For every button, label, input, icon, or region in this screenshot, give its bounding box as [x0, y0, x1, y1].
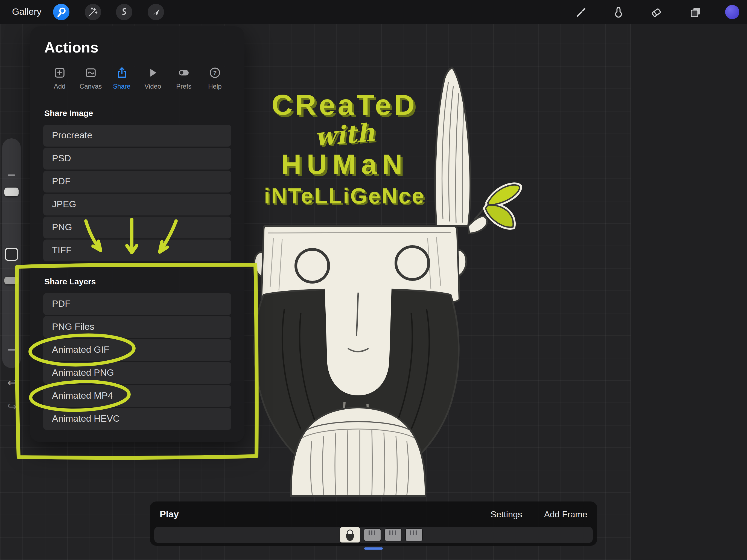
frame-strip[interactable]: [154, 527, 593, 543]
erase-button[interactable]: [650, 5, 663, 19]
brush-icon: [575, 5, 588, 19]
tab-label: Add: [54, 82, 66, 90]
tab-share[interactable]: Share: [107, 66, 136, 93]
share-layers-list: PDF PNG Files Animated GIF Animated PNG …: [43, 293, 231, 430]
selected-frame-indicator: [364, 548, 383, 550]
smudge-finger-icon: [612, 5, 625, 19]
brush-opacity-slider[interactable]: [4, 277, 19, 284]
video-icon: [146, 66, 159, 80]
procreate-screen: CReaTeD with HUMaN iNTeLLiGeNce ↩ ↪ Acti…: [0, 0, 747, 560]
selection-button[interactable]: [116, 4, 132, 20]
add-icon: [53, 66, 66, 80]
actions-panel: Actions Add Canvas: [30, 26, 244, 442]
tab-label: Prefs: [176, 82, 191, 90]
share-layers-option-pdf[interactable]: PDF: [43, 293, 231, 315]
paint-button[interactable]: [575, 5, 588, 19]
modify-button[interactable]: [5, 248, 18, 261]
share-layers-option-animated-gif[interactable]: Animated GIF: [43, 339, 231, 361]
share-image-list: Procreate PSD PDF JPEG PNG TIFF: [43, 125, 231, 261]
selection-icon: [118, 6, 130, 18]
animation-timeline: Play Settings Add Frame: [150, 502, 597, 546]
magic-wand-icon: [87, 6, 99, 18]
share-layers-option-animated-png[interactable]: Animated PNG: [43, 362, 231, 384]
redo-button[interactable]: ↪: [5, 400, 19, 413]
share-option-tiff[interactable]: TIFF: [43, 239, 231, 261]
layers-icon: [689, 5, 702, 19]
top-bar: Gallery: [0, 0, 747, 24]
canvas-icon: [84, 66, 97, 80]
brush-size-slider[interactable]: [4, 187, 19, 196]
tab-label: Canvas: [80, 82, 102, 90]
actions-button[interactable]: [53, 4, 70, 20]
share-option-jpeg[interactable]: JPEG: [43, 194, 231, 215]
share-layers-option-png-files[interactable]: PNG Files: [43, 316, 231, 338]
smudge-button[interactable]: [612, 5, 625, 19]
artwork-lettering: CReaTeD with HUMaN iNTeLLiGeNce: [235, 90, 454, 207]
frame-thumbnails: [340, 527, 422, 543]
frame-thumbnail-4[interactable]: [406, 529, 422, 541]
canvas-artwork: CReaTeD with HUMaN iNTeLLiGeNce: [235, 52, 541, 511]
help-icon: ?: [208, 66, 222, 80]
tab-video[interactable]: Video: [138, 66, 167, 93]
panel-title: Actions: [44, 38, 231, 57]
frame-thumbnail-2[interactable]: [364, 529, 381, 541]
eraser-icon: [650, 5, 663, 19]
add-frame-button[interactable]: Add Frame: [544, 510, 587, 519]
share-option-procreate[interactable]: Procreate: [43, 125, 231, 147]
share-option-pdf[interactable]: PDF: [43, 171, 231, 193]
transform-button[interactable]: [148, 4, 164, 20]
share-layers-option-animated-hevc[interactable]: Animated HEVC: [43, 408, 231, 430]
slider-tick: [8, 175, 15, 176]
gallery-button[interactable]: Gallery: [12, 0, 42, 24]
share-option-png[interactable]: PNG: [43, 217, 231, 238]
slider-tick: [8, 349, 15, 351]
brush-sidebar: [2, 138, 21, 368]
tab-label: Share: [113, 82, 130, 90]
artwork-line: iNTeLLiGeNce: [235, 185, 454, 207]
share-icon: [115, 66, 128, 80]
prefs-icon: [177, 66, 190, 80]
wrench-icon: [55, 6, 67, 18]
frame-thumbnail-1[interactable]: [340, 527, 360, 542]
adjustments-button[interactable]: [85, 4, 101, 20]
tab-help[interactable]: ? Help: [201, 66, 229, 93]
play-button[interactable]: Play: [160, 509, 179, 520]
tab-label: Video: [145, 82, 161, 90]
frame-thumbnail-3[interactable]: [385, 529, 402, 541]
tab-prefs[interactable]: Prefs: [170, 66, 198, 93]
share-option-psd[interactable]: PSD: [43, 148, 231, 170]
undo-button[interactable]: ↩: [5, 376, 19, 389]
actions-tabs: Add Canvas Share Vide: [45, 66, 229, 93]
artwork-line: HUMaN: [235, 150, 454, 178]
color-swatch-button[interactable]: [725, 5, 739, 19]
tab-label: Help: [208, 82, 222, 90]
tab-add[interactable]: Add: [45, 66, 74, 93]
share-layers-option-animated-mp4[interactable]: Animated MP4: [43, 385, 231, 407]
layers-button[interactable]: [689, 5, 702, 19]
settings-button[interactable]: Settings: [491, 510, 522, 519]
artwork-line: CReaTeD: [235, 90, 454, 119]
share-layers-header: Share Layers: [44, 277, 230, 286]
share-image-header: Share Image: [44, 108, 230, 118]
transform-arrow-icon: [150, 6, 162, 18]
tab-canvas[interactable]: Canvas: [77, 66, 105, 93]
svg-text:?: ?: [213, 70, 216, 76]
